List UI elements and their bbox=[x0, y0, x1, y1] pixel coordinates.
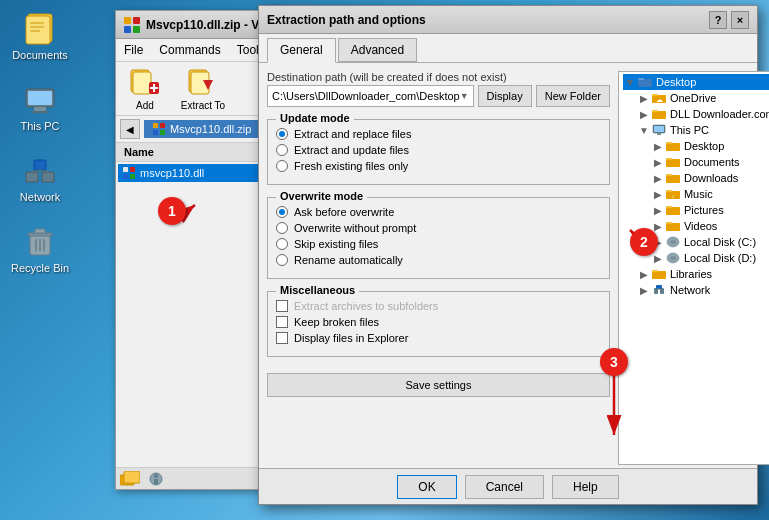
network-label: Network bbox=[20, 191, 60, 203]
destination-path-combo[interactable]: C:\Users\DllDownloader_com\Desktop ▼ bbox=[267, 85, 474, 107]
tab-general[interactable]: General bbox=[267, 38, 336, 63]
overwrite-rename[interactable]: Rename automatically bbox=[276, 254, 601, 266]
file-tree[interactable]: ▼ Desktop ▶ bbox=[618, 71, 769, 465]
svg-rect-33 bbox=[160, 123, 165, 128]
cancel-btn[interactable]: Cancel bbox=[465, 475, 544, 499]
desktop-icon-documents[interactable]: Documents bbox=[10, 10, 70, 61]
tree-expand-music: ▶ bbox=[651, 189, 665, 200]
update-replace-radio[interactable] bbox=[276, 128, 288, 140]
tree-label-dll: DLL Downloader.com bbox=[670, 108, 769, 120]
misc-keepbroken-checkbox[interactable] bbox=[276, 316, 288, 328]
svg-rect-21 bbox=[133, 17, 140, 24]
tree-expand-downloads: ▶ bbox=[651, 173, 665, 184]
combo-arrow-icon: ▼ bbox=[460, 91, 469, 101]
tree-label-videos: Videos bbox=[684, 220, 717, 232]
dialog-help-btn[interactable]: ? bbox=[709, 11, 727, 29]
misc-keep-broken[interactable]: Keep broken files bbox=[276, 316, 601, 328]
dialog-left-panel: Destination path (will be created if doe… bbox=[267, 71, 610, 465]
downloads-folder-icon bbox=[665, 171, 681, 185]
svg-rect-65 bbox=[666, 206, 672, 208]
tree-expand-pictures: ▶ bbox=[651, 205, 665, 216]
destination-label: Destination path (will be created if doe… bbox=[267, 71, 610, 83]
desktop-icon-thispc[interactable]: This PC bbox=[10, 81, 70, 132]
svg-rect-54 bbox=[657, 133, 661, 135]
ok-btn[interactable]: OK bbox=[397, 475, 456, 499]
overwrite-skip[interactable]: Skip existing files bbox=[276, 238, 601, 250]
tree-item-desktop2[interactable]: ▶ Desktop bbox=[623, 138, 769, 154]
tree-item-thispc[interactable]: ▼ This PC bbox=[623, 122, 769, 138]
svg-rect-2 bbox=[30, 22, 44, 24]
svg-point-43 bbox=[154, 474, 158, 478]
svg-rect-9 bbox=[26, 172, 38, 182]
extract-icon bbox=[187, 66, 219, 98]
tree-item-downloads[interactable]: ▶ Downloads bbox=[623, 170, 769, 186]
misc-subfolders[interactable]: Extract archives to subfolders bbox=[276, 300, 601, 312]
overwrite-ask[interactable]: Ask before overwrite bbox=[276, 206, 601, 218]
tree-label-onedrive: OneDrive bbox=[670, 92, 716, 104]
annotation-1: 1 bbox=[158, 197, 186, 225]
dialog-title: Extraction path and options bbox=[267, 13, 709, 27]
display-btn[interactable]: Display bbox=[478, 85, 532, 107]
update-mode-label: Update mode bbox=[276, 112, 354, 124]
misc-display-explorer[interactable]: Display files in Explorer bbox=[276, 332, 601, 344]
tree-item-onedrive[interactable]: ▶ ☁ OneDrive bbox=[623, 90, 769, 106]
tree-item-dlldownloader[interactable]: ▶ DLL Downloader.com bbox=[623, 106, 769, 122]
miscellaneous-section: Miscellaneous Extract archives to subfol… bbox=[267, 291, 610, 357]
menu-file[interactable]: File bbox=[120, 41, 147, 59]
dialog-title-buttons: ? × bbox=[709, 11, 749, 29]
tree-item-libraries[interactable]: ▶ Libraries bbox=[623, 266, 769, 282]
desktop-folder-icon bbox=[637, 75, 653, 89]
svg-rect-55 bbox=[666, 143, 680, 151]
address-text: Msvcp110.dll.zip bbox=[170, 123, 251, 135]
documents-icon bbox=[22, 10, 58, 46]
update-extract-update[interactable]: Extract and update files bbox=[276, 144, 601, 156]
dialog-titlebar[interactable]: Extraction path and options ? × bbox=[259, 6, 757, 34]
overwrite-ask-radio[interactable] bbox=[276, 206, 288, 218]
annotation-3: 3 bbox=[600, 348, 628, 376]
toolbar-add-btn[interactable]: Add bbox=[120, 66, 170, 111]
overwrite-noprompt-radio[interactable] bbox=[276, 222, 288, 234]
address-tab[interactable]: Msvcp110.dll.zip bbox=[144, 120, 259, 138]
overwrite-mode-label: Overwrite mode bbox=[276, 190, 367, 202]
overwrite-skip-radio[interactable] bbox=[276, 238, 288, 250]
desktop-icon-recyclebin[interactable]: Recycle Bin bbox=[10, 223, 70, 274]
dialog-close-btn[interactable]: × bbox=[731, 11, 749, 29]
update-update-radio[interactable] bbox=[276, 144, 288, 156]
toolbar-extract-btn[interactable]: Extract To bbox=[178, 66, 228, 111]
misc-explorer-checkbox[interactable] bbox=[276, 332, 288, 344]
tree-expand-thispc: ▼ bbox=[637, 125, 651, 136]
desktop-icon-network[interactable]: Network bbox=[10, 152, 70, 203]
tree-item-pictures[interactable]: ▶ Pictures bbox=[623, 202, 769, 218]
tree-item-network[interactable]: ▶ Network bbox=[623, 282, 769, 298]
svg-line-12 bbox=[32, 170, 40, 172]
tree-label-documents: Documents bbox=[684, 156, 740, 168]
svg-rect-38 bbox=[123, 174, 128, 179]
update-fresh-only[interactable]: Fresh existing files only bbox=[276, 160, 601, 172]
svg-rect-11 bbox=[34, 160, 46, 170]
destination-section: Destination path (will be created if doe… bbox=[267, 71, 610, 113]
tree-expand-videos: ▶ bbox=[651, 221, 665, 232]
thispc-label: This PC bbox=[20, 120, 59, 132]
overwrite-without-prompt[interactable]: Overwrite without prompt bbox=[276, 222, 601, 234]
svg-rect-34 bbox=[153, 130, 158, 135]
svg-rect-67 bbox=[666, 222, 672, 224]
save-settings-btn[interactable]: Save settings bbox=[267, 373, 610, 397]
address-back-btn[interactable]: ◀ bbox=[120, 119, 140, 139]
tree-item-music[interactable]: ▶ ♪ Music bbox=[623, 186, 769, 202]
overwrite-rename-radio[interactable] bbox=[276, 254, 288, 266]
tree-item-documents[interactable]: ▶ Documents bbox=[623, 154, 769, 170]
tree-label-pictures: Pictures bbox=[684, 204, 724, 216]
dialog-tabs: General Advanced bbox=[259, 34, 757, 63]
svg-rect-41 bbox=[124, 471, 140, 483]
help-btn[interactable]: Help bbox=[552, 475, 619, 499]
update-extract-replace[interactable]: Extract and replace files bbox=[276, 128, 601, 140]
svg-rect-37 bbox=[130, 167, 135, 172]
new-folder-btn[interactable]: New Folder bbox=[536, 85, 610, 107]
tree-item-desktop[interactable]: ▼ Desktop bbox=[623, 74, 769, 90]
misc-subfolders-checkbox[interactable] bbox=[276, 300, 288, 312]
menu-commands[interactable]: Commands bbox=[155, 41, 224, 59]
tab-advanced[interactable]: Advanced bbox=[338, 38, 417, 62]
update-fresh-radio[interactable] bbox=[276, 160, 288, 172]
tree-expand-documents: ▶ bbox=[651, 157, 665, 168]
svg-rect-59 bbox=[666, 175, 680, 183]
